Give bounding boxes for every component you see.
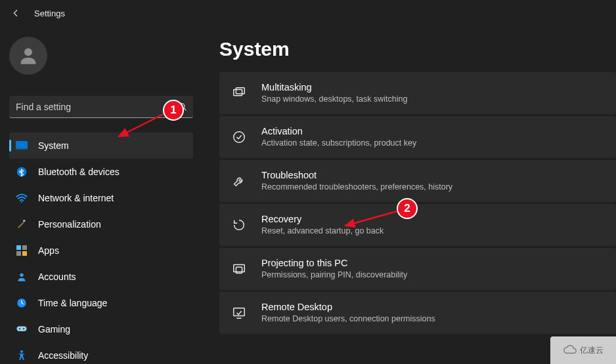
card-multitasking[interactable]: Multitasking Snap windows, desktops, tas…: [219, 72, 616, 114]
person-icon: [16, 271, 28, 283]
annotation-badge-2: 2: [397, 198, 418, 219]
svg-rect-3: [16, 141, 28, 149]
sidebar-item-network[interactable]: Network & internet: [9, 185, 193, 211]
svg-rect-14: [17, 327, 27, 332]
apps-icon: [16, 245, 28, 256]
sidebar-item-label: Time & language: [38, 298, 107, 308]
svg-rect-19: [236, 88, 244, 94]
sidebar-item-personalization[interactable]: Personalization: [9, 211, 193, 237]
projecting-icon: [231, 261, 247, 277]
sidebar-item-label: Personalization: [38, 219, 101, 230]
display-icon: [16, 140, 28, 152]
card-desc: Snap windows, desktops, task switching: [261, 94, 407, 105]
card-title: Multitasking: [261, 81, 407, 94]
svg-rect-8: [16, 245, 21, 250]
card-projecting[interactable]: Projecting to this PC Permissions, pairi…: [219, 248, 616, 290]
card-desc: Reset, advanced startup, go back: [261, 226, 384, 237]
sidebar-item-label: Bluetooth & devices: [38, 167, 120, 177]
card-remote-desktop[interactable]: Remote Desktop Remote Desktop users, con…: [219, 292, 616, 334]
back-button[interactable]: [9, 7, 22, 20]
card-title: Recovery: [261, 213, 384, 226]
settings-list: Multitasking Snap windows, desktops, tas…: [219, 72, 616, 334]
svg-point-20: [234, 132, 245, 143]
app-title: Settings: [34, 9, 65, 18]
paintbrush-icon: [16, 218, 28, 230]
sidebar-item-label: Accounts: [38, 272, 76, 282]
avatar[interactable]: [9, 37, 47, 75]
bluetooth-icon: [16, 166, 28, 178]
card-desc: Activation state, subscriptions, product…: [261, 138, 416, 149]
card-troubleshoot[interactable]: Troubleshoot Recommended troubleshooters…: [219, 160, 616, 202]
svg-point-15: [19, 328, 20, 329]
watermark: 亿速云: [550, 336, 616, 364]
accessibility-icon: [16, 350, 28, 361]
svg-line-2: [184, 108, 186, 110]
svg-point-16: [23, 328, 24, 329]
sidebar-item-label: Gaming: [38, 324, 70, 334]
content: System Multitasking Snap windows, deskto…: [197, 26, 616, 364]
titlebar: Settings: [0, 0, 616, 26]
troubleshoot-icon: [231, 173, 247, 189]
svg-rect-4: [16, 149, 28, 150]
activation-icon: [231, 129, 247, 145]
svg-point-6: [21, 201, 22, 203]
sidebar-item-label: System: [38, 140, 69, 151]
sidebar-item-apps[interactable]: Apps: [9, 237, 193, 264]
card-title: Activation: [261, 125, 416, 138]
svg-point-12: [20, 273, 23, 277]
svg-point-17: [20, 350, 23, 353]
sidebar-item-time-language[interactable]: Time & language: [9, 290, 193, 316]
annotation-badge-1: 1: [163, 100, 184, 121]
nav: System Bluetooth & devices Network & int…: [9, 132, 197, 364]
gamepad-icon: [16, 323, 28, 335]
sidebar-item-accounts[interactable]: Accounts: [9, 264, 193, 290]
card-desc: Remote Desktop users, connection permiss…: [261, 313, 435, 325]
svg-rect-7: [23, 220, 26, 222]
card-desc: Permissions, pairing PIN, discoverabilit…: [261, 270, 407, 281]
svg-rect-10: [16, 251, 21, 256]
sidebar-item-system[interactable]: System: [9, 132, 193, 159]
card-activation[interactable]: Activation Activation state, subscriptio…: [219, 116, 616, 158]
page-title: System: [219, 38, 616, 60]
card-title: Troubleshoot: [261, 169, 452, 182]
card-recovery[interactable]: Recovery Reset, advanced startup, go bac…: [219, 204, 616, 246]
svg-rect-18: [234, 90, 242, 96]
svg-rect-11: [22, 251, 27, 256]
card-title: Projecting to this PC: [261, 257, 407, 270]
recovery-icon: [231, 217, 247, 233]
sidebar-item-gaming[interactable]: Gaming: [9, 316, 193, 342]
sidebar-item-accessibility[interactable]: Accessibility: [9, 342, 193, 364]
svg-point-0: [24, 48, 32, 56]
sidebar-item-label: Accessibility: [38, 350, 88, 361]
svg-rect-21: [234, 265, 245, 272]
wifi-icon: [16, 192, 28, 204]
svg-rect-23: [234, 308, 245, 316]
clock-icon: [16, 297, 28, 309]
sidebar: System Bluetooth & devices Network & int…: [0, 26, 197, 364]
multitasking-icon: [231, 85, 247, 101]
svg-point-5: [17, 167, 27, 177]
svg-rect-9: [22, 245, 27, 250]
sidebar-item-label: Apps: [38, 245, 59, 256]
watermark-text: 亿速云: [580, 345, 604, 356]
card-title: Remote Desktop: [261, 301, 435, 314]
card-desc: Recommended troubleshooters, preferences…: [261, 182, 452, 193]
remote-desktop-icon: [231, 305, 247, 321]
sidebar-item-bluetooth[interactable]: Bluetooth & devices: [9, 159, 193, 185]
sidebar-item-label: Network & internet: [38, 193, 114, 203]
